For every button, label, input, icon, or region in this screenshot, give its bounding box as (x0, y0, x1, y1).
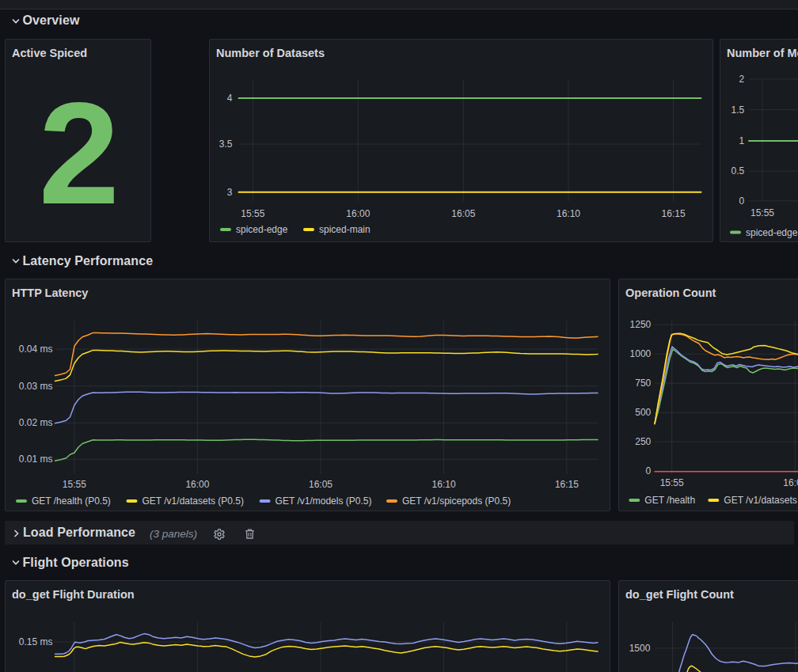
svg-text:Number of Models: Number of Models (727, 47, 798, 59)
svg-text:GET /health (P0.5): GET /health (P0.5) (32, 495, 111, 507)
svg-text:Active Spiced: Active Spiced (12, 47, 87, 59)
svg-text:do_get Flight Count: do_get Flight Count (625, 588, 734, 601)
svg-text:16:10: 16:10 (432, 479, 456, 490)
svg-text:HTTP Latency: HTTP Latency (12, 287, 88, 299)
svg-text:16:15: 16:15 (555, 479, 579, 490)
svg-text:16:15: 16:15 (662, 208, 686, 219)
svg-text:2: 2 (39, 71, 120, 234)
svg-text:1.5: 1.5 (732, 104, 745, 116)
svg-text:15:55: 15:55 (63, 479, 86, 490)
svg-text:0: 0 (646, 465, 652, 476)
svg-text:3.5: 3.5 (219, 139, 233, 150)
svg-text:GET /v1/models (P0.5): GET /v1/models (P0.5) (276, 495, 372, 507)
svg-text:1: 1 (739, 135, 745, 146)
svg-text:spiced-main: spiced-main (319, 224, 370, 235)
svg-text:15:55: 15:55 (750, 207, 774, 218)
svg-text:250: 250 (635, 436, 651, 447)
svg-text:750: 750 (635, 378, 651, 389)
svg-text:16:10: 16:10 (557, 208, 580, 219)
svg-text:16:05: 16:05 (451, 208, 475, 219)
svg-text:16:05: 16:05 (309, 479, 332, 490)
svg-text:4: 4 (227, 93, 233, 104)
svg-text:3: 3 (227, 187, 233, 198)
svg-text:0.04 ms: 0.04 ms (19, 344, 53, 355)
svg-text:Number of Datasets: Number of Datasets (216, 47, 325, 59)
svg-text:16:00: 16:00 (783, 477, 798, 488)
svg-text:GET /v1/datasets (P0.5): GET /v1/datasets (P0.5) (142, 495, 245, 507)
svg-text:15:55: 15:55 (660, 477, 684, 488)
svg-text:GET /health: GET /health (644, 495, 695, 506)
svg-text:16:00: 16:00 (185, 479, 209, 490)
svg-text:2: 2 (739, 74, 745, 85)
svg-text:1500: 1500 (629, 643, 651, 654)
svg-text:0.5: 0.5 (732, 165, 745, 177)
svg-text:0.15 ms: 0.15 ms (19, 636, 53, 647)
svg-text:GET /v1/spicepods (P0.5): GET /v1/spicepods (P0.5) (402, 495, 511, 507)
svg-text:1000: 1000 (630, 348, 652, 359)
svg-text:0.01 ms: 0.01 ms (19, 454, 53, 465)
svg-text:0.02 ms: 0.02 ms (19, 417, 53, 428)
svg-text:1250: 1250 (630, 319, 652, 330)
svg-text:15:55: 15:55 (241, 208, 264, 219)
svg-text:16:00: 16:00 (346, 208, 370, 219)
svg-text:spiced-edge: spiced-edge (236, 224, 288, 235)
svg-text:Operation Count: Operation Count (625, 287, 716, 299)
svg-text:spiced-edge: spiced-edge (746, 227, 798, 238)
svg-text:0.03 ms: 0.03 ms (19, 381, 53, 392)
svg-text:do_get Flight Duration: do_get Flight Duration (12, 588, 135, 601)
svg-text:GET /v1/datasets: GET /v1/datasets (724, 495, 797, 506)
svg-text:0: 0 (739, 196, 745, 207)
svg-text:500: 500 (635, 407, 651, 418)
